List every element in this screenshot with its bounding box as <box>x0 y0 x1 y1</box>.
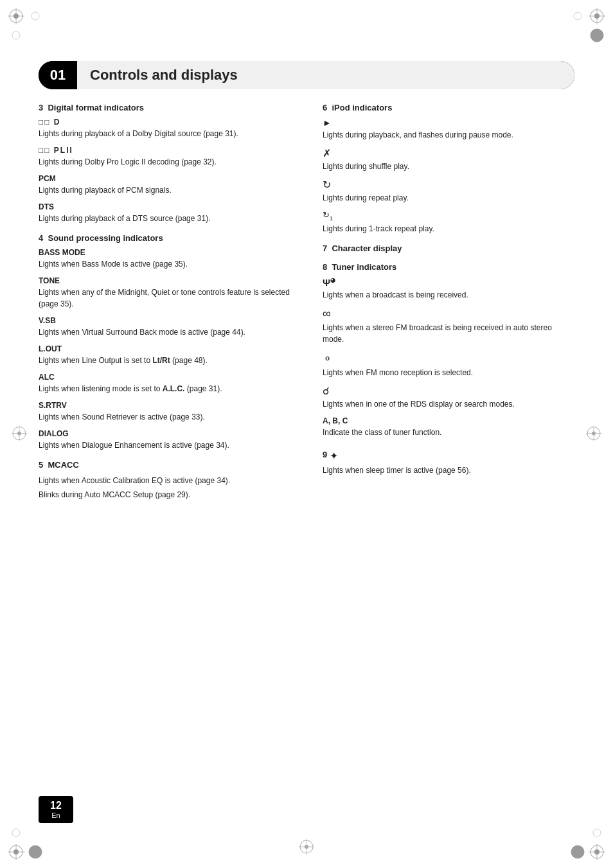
svg-point-23 <box>593 829 601 837</box>
svg-point-17 <box>29 846 42 858</box>
item-shuffle: ✗ Lights during shuffle play. <box>323 147 574 172</box>
dts-title: DTS <box>39 202 290 211</box>
corner-decoration-tl <box>6 6 45 45</box>
section-5-header: 5 MCACC <box>39 460 290 470</box>
alc-text: Lights when listening mode is set to A.L… <box>39 383 290 394</box>
item-dd-plii: □□ PLII Lights during Dolby Pro Logic II… <box>39 146 290 168</box>
shuffle-symbol: ✗ <box>323 147 574 159</box>
dd-plii-symbol: □□ PLII <box>39 146 290 155</box>
bass-mode-text: Lights when Bass Mode is active (page 35… <box>39 258 290 270</box>
abc-text: Indicate the class of tuner function. <box>323 427 574 438</box>
pcm-title: PCM <box>39 174 290 183</box>
item-vsb: V.SB Lights when Virtual Surround Back m… <box>39 316 290 338</box>
svg-point-16 <box>12 829 20 837</box>
item-lout: L.OUT Lights when Line Output is set to … <box>39 344 290 366</box>
svg-point-22 <box>571 846 584 858</box>
section-6-header: 6 iPod indicators <box>323 103 574 112</box>
chapter-title: Controls and displays <box>77 61 574 89</box>
reg-mark-right <box>586 425 601 443</box>
header-bar: 01 Controls and displays <box>39 61 574 89</box>
bass-mode-title: BASS MODE <box>39 248 290 257</box>
fm-mono-text: Lights when FM mono reception is selecte… <box>323 367 574 378</box>
dts-text: Lights during playback of a DTS source (… <box>39 213 290 224</box>
dialog-text: Lights when Dialogue Enhancement is acti… <box>39 439 290 451</box>
item-abc: A, B, C Indicate the class of tuner func… <box>323 416 574 438</box>
section-9: 9 ✦ Lights when sleep timer is active (p… <box>323 450 574 476</box>
play-symbol: ► <box>323 118 574 128</box>
sleep-text: Lights when sleep timer is active (page … <box>323 465 574 476</box>
item-dts: DTS Lights during playback of a DTS sour… <box>39 202 290 224</box>
item-play: ► Lights during playback, and flashes du… <box>323 118 574 141</box>
item-srtrv: S.RTRV Lights when Sound Retriever is ac… <box>39 401 290 423</box>
section-8-header: 8 Tuner indicators <box>323 262 574 272</box>
1track-repeat-text: Lights during 1-track repeat play. <box>323 223 574 235</box>
corner-decoration-br <box>568 823 607 862</box>
rds-symbol: ☌ <box>323 385 574 397</box>
tone-text: Lights when any of the Midnight, Quiet o… <box>39 287 290 310</box>
right-column: 6 iPod indicators ► Lights during playba… <box>316 103 574 784</box>
broadcast-symbol: Ψ◕ <box>323 277 574 288</box>
item-rds: ☌ Lights when in one of the RDS display … <box>323 385 574 410</box>
fm-mono-symbol: ⚬ <box>323 351 574 366</box>
lout-text: Lights when Line Output is set to Lt/Rt … <box>39 355 290 366</box>
dialog-title: DIALOG <box>39 429 290 438</box>
dd-d-text: Lights during playback of a Dolby Digita… <box>39 128 290 139</box>
stereo-fm-text: Lights when a stereo FM broadcast is bei… <box>323 322 574 345</box>
item-dd-d: □□ D Lights during playback of a Dolby D… <box>39 118 290 139</box>
item-fm-mono: ⚬ Lights when FM mono reception is selec… <box>323 351 574 378</box>
section-3-header: 3 Digital format indicators <box>39 103 290 112</box>
item-stereo-fm: ∞ Lights when a stereo FM broadcast is b… <box>323 307 574 345</box>
srtrv-text: Lights when Sound Retriever is active (p… <box>39 411 290 423</box>
section-9-number: 9 <box>323 450 327 459</box>
corner-decoration-bl <box>6 823 45 862</box>
repeat-text: Lights during repeat play. <box>323 192 574 204</box>
left-column: 3 Digital format indicators □□ D Lights … <box>39 103 297 784</box>
vsb-title: V.SB <box>39 316 290 325</box>
main-content: 3 Digital format indicators □□ D Lights … <box>39 103 574 784</box>
reg-mark-left <box>12 425 27 443</box>
dd-d-symbol: □□ D <box>39 118 290 127</box>
shuffle-text: Lights during shuffle play. <box>323 161 574 172</box>
reg-mark-bottom <box>299 839 314 856</box>
srtrv-title: S.RTRV <box>39 401 290 410</box>
corner-decoration-tr <box>568 6 607 45</box>
svg-point-4 <box>31 12 39 20</box>
item-1track-repeat: ↻1 Lights during 1-track repeat play. <box>323 210 574 235</box>
item-repeat: ↻ Lights during repeat play. <box>323 179 574 204</box>
chapter-number: 01 <box>39 61 77 89</box>
item-dialog: DIALOG Lights when Dialogue Enhancement … <box>39 429 290 451</box>
vsb-text: Lights when Virtual Surround Back mode i… <box>39 326 290 338</box>
abc-title: A, B, C <box>323 416 574 425</box>
item-alc: ALC Lights when listening mode is set to… <box>39 373 290 394</box>
item-broadcast: Ψ◕ Lights when a broadcast is being rece… <box>323 277 574 301</box>
svg-point-11 <box>591 29 603 42</box>
tone-title: TONE <box>39 276 290 285</box>
lout-title: L.OUT <box>39 344 290 353</box>
svg-point-10 <box>574 12 582 20</box>
pcm-text: Lights during playback of PCM signals. <box>39 184 290 196</box>
item-tone: TONE Lights when any of the Midnight, Qu… <box>39 276 290 310</box>
1track-repeat-symbol: ↻1 <box>323 210 574 222</box>
page-badge: 12 En <box>39 796 73 823</box>
dd-plii-text: Lights during Dolby Pro Logic II decodin… <box>39 156 290 168</box>
page-number: 12 <box>50 800 62 811</box>
svg-point-5 <box>12 31 20 39</box>
page-lang: En <box>51 811 60 819</box>
section-4-header: 4 Sound processing indicators <box>39 233 290 243</box>
item-bass-mode: BASS MODE Lights when Bass Mode is activ… <box>39 248 290 270</box>
section-9-header-row: 9 ✦ <box>323 450 574 462</box>
stereo-fm-symbol: ∞ <box>323 307 574 321</box>
item-pcm: PCM Lights during playback of PCM signal… <box>39 174 290 196</box>
alc-title: ALC <box>39 373 290 382</box>
play-text: Lights during playback, and flashes duri… <box>323 129 574 141</box>
sleep-symbol: ✦ <box>330 450 338 462</box>
repeat-symbol: ↻ <box>323 179 574 191</box>
rds-text: Lights when in one of the RDS display or… <box>323 398 574 410</box>
mcacc-text1: Lights when Acoustic Calibration EQ is a… <box>39 475 290 486</box>
broadcast-text: Lights when a broadcast is being receive… <box>323 289 574 301</box>
section-7-header: 7 Character display <box>323 244 574 253</box>
mcacc-text2: Blinks during Auto MCACC Setup (page 29)… <box>39 489 290 500</box>
